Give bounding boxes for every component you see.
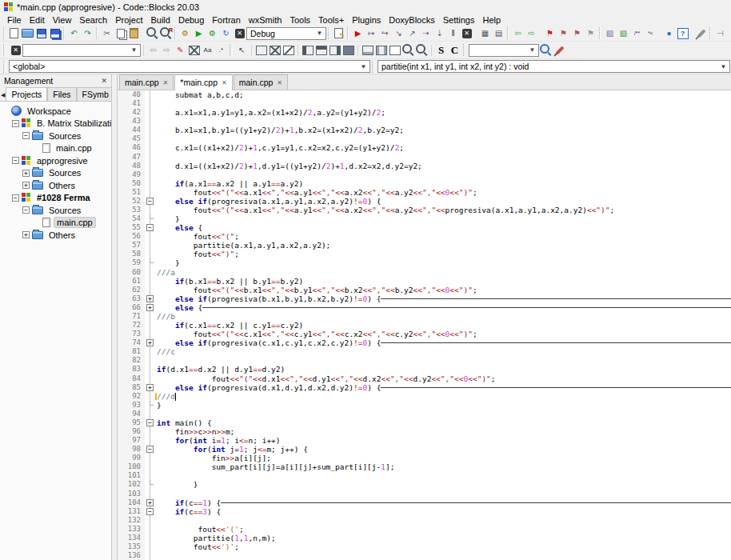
menu-tools-plus[interactable]: Tools+ — [314, 15, 348, 25]
code-line-57[interactable]: 57 partitie(a.x1,a.y1,a.x2,a.y2); — [118, 241, 731, 250]
code-line-66[interactable]: 66+ else { — [118, 303, 731, 312]
copy-icon[interactable] — [114, 27, 127, 40]
collapse-icon[interactable]: − — [22, 132, 30, 139]
code-line-133[interactable]: 133 fout<<'('; — [118, 525, 731, 534]
menu-wxsmith[interactable]: wxSmith — [245, 15, 286, 25]
fold-margin[interactable] — [145, 525, 155, 534]
menu-help[interactable]: Help — [478, 15, 505, 25]
fold-margin[interactable] — [145, 143, 155, 152]
toggle-bookmark-icon[interactable]: ⚑ — [543, 27, 557, 40]
expand-icon[interactable]: + — [22, 231, 30, 238]
fold-margin[interactable]: + — [145, 383, 155, 392]
code-line-47[interactable]: 47 — [118, 153, 731, 162]
fold-margin[interactable]: + — [145, 498, 155, 507]
fold-margin[interactable] — [145, 330, 155, 338]
stop-debugger-icon[interactable] — [460, 27, 473, 40]
next-line-icon[interactable]: ↪ — [378, 27, 392, 40]
wx-class-icon[interactable]: C — [448, 44, 461, 57]
code-line-131[interactable]: 131− if(c==3) { — [118, 507, 731, 516]
code-line-50[interactable]: 50 if(a.x1==a.x2 || a.y1==a.y2) — [118, 179, 731, 188]
toolbar-grip[interactable] — [463, 44, 466, 56]
step-into-instruction-icon[interactable]: ⇣ — [433, 27, 446, 40]
tree-item-label[interactable]: Others — [46, 181, 78, 190]
fold-margin[interactable] — [145, 312, 155, 321]
code-line-42[interactable]: 42 a.x1=x1,a.y1=y1,a.x2=(x1+x2)/2,a.y2=(… — [118, 108, 731, 117]
fold-margin[interactable] — [145, 534, 155, 542]
menu-view[interactable]: View — [49, 15, 76, 25]
fold-margin[interactable] — [145, 462, 155, 471]
tree-item-others[interactable]: +Others — [2, 229, 111, 242]
code-line-84[interactable]: 84 fout<<"("<<d.x1<<","<<d.y1<<","<<d.x2… — [118, 374, 731, 383]
tree-item-sources[interactable]: −Sources — [2, 130, 111, 142]
cut-icon[interactable]: ✂ — [100, 27, 114, 40]
symbol-search-combo[interactable]: ▼ — [469, 44, 539, 57]
break-debugger-icon[interactable]: ‖ — [446, 27, 460, 40]
code-line-97[interactable]: 97 for(int i=1; i<=n; i++) — [118, 436, 731, 445]
toolbar-grip[interactable] — [328, 27, 330, 39]
fold-margin[interactable] — [145, 480, 155, 489]
selection-tool-icon[interactable] — [187, 44, 201, 57]
fold-margin[interactable] — [145, 117, 155, 126]
toolbar-grip[interactable] — [507, 27, 509, 39]
code-line-55[interactable]: 55− else { — [118, 223, 731, 232]
code-line-71[interactable]: 71///b — [118, 312, 731, 321]
tree-item-label[interactable]: B. Matrix Stabilization — [34, 118, 111, 128]
next-instruction-icon[interactable]: ⇢ — [419, 27, 433, 40]
fold-collapse-icon[interactable]: − — [146, 224, 154, 231]
fold-margin[interactable] — [145, 551, 155, 560]
tree-item-approgresive[interactable]: −approgresive — [2, 154, 111, 167]
menu-fortran[interactable]: Fortran — [208, 15, 244, 25]
fold-margin[interactable]: − — [145, 197, 155, 206]
fold-expand-icon[interactable]: + — [146, 499, 154, 506]
code-line-83[interactable]: 83if(d.x1==d.x2 || d.y1==d.y2) — [118, 365, 731, 374]
function-select[interactable]: partitie(int x1, int y1, int x2, int y2)… — [377, 60, 730, 73]
code-line-63[interactable]: 63+ else if(progresiva(b.x1,b.y1,b.x2,b.… — [118, 294, 731, 303]
fold-margin[interactable]: − — [145, 507, 155, 516]
code-line-96[interactable]: 96 fin>>c>>n>>m; — [118, 427, 731, 436]
jump-back-icon[interactable]: ⇦ — [511, 27, 525, 40]
fold-margin[interactable] — [145, 108, 155, 117]
expand-icon[interactable]: + — [22, 182, 30, 189]
close-tab-icon[interactable]: ✕ — [277, 79, 282, 86]
fold-margin[interactable] — [145, 436, 155, 445]
next-bookmark-icon[interactable]: ⚑ — [570, 27, 584, 40]
fold-margin[interactable]: + — [145, 294, 155, 303]
tree-item-label[interactable]: approgresive — [34, 156, 90, 166]
replace-icon[interactable]: R — [159, 27, 173, 40]
tree-item-b-matrix-stabilization[interactable]: −B. Matrix Stabilization — [2, 118, 111, 130]
fold-collapse-icon[interactable]: − — [146, 446, 154, 453]
fold-expand-icon[interactable]: + — [146, 339, 154, 346]
toolbar-grip[interactable] — [3, 61, 6, 73]
code-line-56[interactable]: 56 fout<<"("; — [118, 232, 731, 241]
collapse-icon[interactable]: − — [22, 206, 30, 214]
code-line-74[interactable]: 74+ else if(progresiva(c.x1,c.y1,c.x2,c.… — [118, 338, 731, 347]
fold-margin[interactable] — [145, 268, 155, 277]
nav-left-icon[interactable]: ⊣ — [713, 27, 727, 40]
tree-item-sources[interactable]: −Sources — [2, 204, 111, 217]
fold-margin[interactable] — [145, 356, 155, 365]
fold-margin[interactable] — [145, 188, 155, 197]
tree-item-others[interactable]: +Others — [2, 179, 111, 192]
build-target-select[interactable]: Debug▼ — [246, 27, 326, 40]
doxy-line-comment-icon[interactable]: *< — [644, 27, 657, 40]
fold-margin[interactable] — [145, 347, 155, 356]
menu-search[interactable]: Search — [75, 15, 111, 25]
management-tab-files[interactable]: Files — [47, 87, 76, 101]
menu-edit[interactable]: Edit — [26, 15, 49, 25]
tree-item-label[interactable]: Sources — [46, 206, 83, 215]
show-build-log-icon[interactable] — [332, 27, 346, 40]
code-line-95[interactable]: 95−int main() { — [118, 418, 731, 427]
code-line-134[interactable]: 134 partitie(1,1,n,m); — [118, 534, 731, 542]
wx-border-all-icon[interactable] — [342, 44, 355, 57]
code-line-82[interactable]: 82 — [118, 356, 731, 365]
code-line-61[interactable]: 61 if(b.x1==b.x2 || b.y1==b.y2) — [118, 277, 731, 286]
fold-margin[interactable] — [145, 374, 155, 383]
management-tab-fsymb[interactable]: FSymb — [77, 87, 112, 101]
editor-tab-1[interactable]: *main.cpp✕ — [174, 74, 232, 90]
code-line-54[interactable]: 54 } — [118, 214, 731, 223]
fold-margin[interactable] — [145, 365, 155, 374]
fold-margin[interactable] — [145, 427, 155, 436]
fold-margin[interactable] — [145, 250, 155, 258]
doxy-view-icon[interactable]: ▧ — [617, 27, 630, 40]
chevron-down-icon[interactable]: ▼ — [527, 46, 537, 55]
